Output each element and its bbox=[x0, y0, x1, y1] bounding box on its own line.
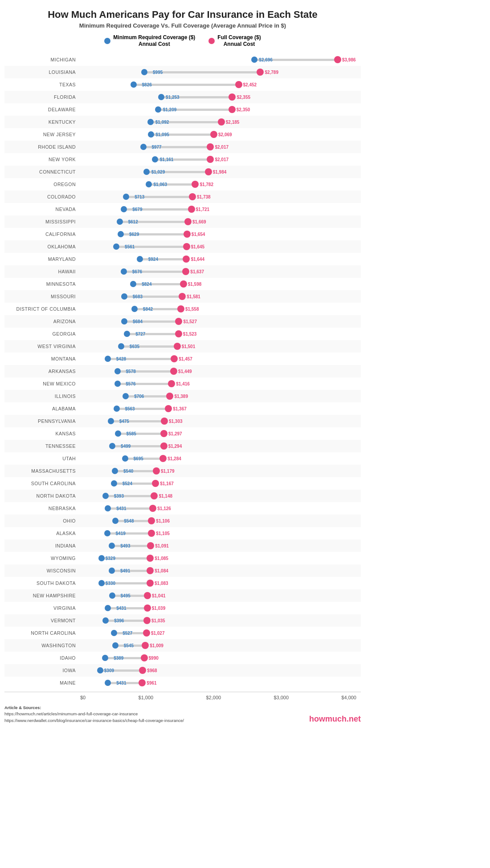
bar-area: $389$990 bbox=[80, 652, 361, 664]
label-full: $3,986 bbox=[342, 57, 356, 62]
dot-full bbox=[183, 256, 190, 263]
dot-min bbox=[147, 119, 154, 125]
table-row: WASHINGTON$545$1,009 bbox=[4, 639, 361, 652]
state-name: INDIANA bbox=[4, 543, 80, 548]
label-min: $493 bbox=[120, 544, 130, 548]
bar-area: $679$1,721 bbox=[80, 203, 361, 215]
label-full: $968 bbox=[147, 668, 157, 673]
bar-area: $329$1,085 bbox=[80, 552, 361, 564]
table-row: KENTUCKY$1,092$2,185 bbox=[4, 116, 361, 128]
x-axis-label: $3,000 bbox=[274, 695, 289, 700]
dot-min bbox=[111, 630, 117, 636]
label-full: $1,984 bbox=[213, 170, 227, 174]
dot-full bbox=[182, 268, 189, 275]
table-row: TEXAS$826$2,452 bbox=[4, 78, 361, 91]
label-full: $1,009 bbox=[150, 643, 163, 648]
dot-full bbox=[160, 442, 167, 450]
dot-full bbox=[148, 517, 155, 524]
label-full: $2,789 bbox=[265, 70, 278, 75]
label-full: $1,527 bbox=[183, 319, 197, 324]
dot-min bbox=[109, 543, 115, 549]
chart-title: How Much Americans Pay for Car Insurance… bbox=[4, 9, 361, 20]
dot-min bbox=[97, 667, 103, 673]
state-name: MARYLAND bbox=[4, 256, 80, 262]
dot-full bbox=[143, 629, 150, 637]
dot-min bbox=[109, 443, 115, 449]
label-full: $1,654 bbox=[192, 232, 205, 237]
state-name: VIRGINIA bbox=[4, 605, 80, 611]
label-min: $396 bbox=[114, 618, 124, 623]
dot-full bbox=[168, 380, 175, 387]
label-full: $2,185 bbox=[226, 120, 240, 125]
label-min: $683 bbox=[133, 294, 143, 299]
label-full: $1,027 bbox=[151, 631, 165, 636]
table-row: VERMONT$396$1,035 bbox=[4, 614, 361, 627]
table-row: MICHIGAN$2,696$3,986 bbox=[4, 53, 361, 66]
table-row: NEBRASKA$431$1,126 bbox=[4, 502, 361, 515]
label-full: $1,449 bbox=[178, 369, 192, 374]
table-row: SOUTH CAROLINA$524$1,167 bbox=[4, 477, 361, 490]
state-name: WASHINGTON bbox=[4, 643, 80, 648]
state-name: WYOMING bbox=[4, 556, 80, 561]
dot-full bbox=[189, 193, 196, 200]
label-full: $2,350 bbox=[237, 107, 250, 112]
state-name: MISSOURI bbox=[4, 294, 80, 299]
bar-track bbox=[105, 657, 144, 659]
x-axis-label: $1,000 bbox=[139, 695, 154, 700]
label-min: $842 bbox=[143, 307, 153, 312]
bar-area: $676$1,637 bbox=[80, 265, 361, 278]
bar-track bbox=[125, 458, 163, 460]
label-min: $495 bbox=[121, 593, 131, 598]
dot-min bbox=[122, 393, 129, 399]
dot-min bbox=[105, 605, 111, 611]
table-row: KANSAS$585$1,297 bbox=[4, 427, 361, 440]
bar-track bbox=[133, 283, 183, 285]
dot-min bbox=[102, 655, 108, 661]
bar-area: $428$1,457 bbox=[80, 353, 361, 365]
label-full: $1,083 bbox=[155, 581, 168, 586]
dot-min bbox=[140, 144, 147, 150]
dot-min bbox=[105, 356, 111, 362]
dot-full bbox=[165, 405, 172, 412]
label-full: $1,035 bbox=[151, 618, 165, 623]
dot-full bbox=[174, 343, 181, 350]
state-name: NEW JERSEY bbox=[4, 132, 80, 137]
legend-min: Minimum Required Coverage ($)Annual Cost bbox=[104, 34, 195, 47]
label-min: $431 bbox=[116, 506, 126, 511]
dot-full bbox=[207, 143, 214, 150]
label-full: $1,084 bbox=[155, 568, 168, 573]
bar-area: $563$1,367 bbox=[80, 402, 361, 415]
bar-area: $1,095$2,069 bbox=[80, 128, 361, 141]
state-name: ARKANSAS bbox=[4, 369, 80, 374]
dot-min bbox=[98, 555, 105, 561]
dot-full bbox=[175, 330, 182, 337]
bar-area: $1,063$1,782 bbox=[80, 178, 361, 191]
bar-area: $419$1,105 bbox=[80, 527, 361, 539]
label-min: $561 bbox=[125, 244, 135, 249]
state-name: TENNESSEE bbox=[4, 443, 80, 449]
state-name: OREGON bbox=[4, 182, 80, 187]
state-name: COLORADO bbox=[4, 194, 80, 199]
state-name: ALASKA bbox=[4, 531, 80, 536]
dot-full bbox=[141, 654, 148, 661]
state-name: FLORIDA bbox=[4, 94, 80, 100]
state-name: HAWAII bbox=[4, 269, 80, 274]
table-row: NEW YORK$1,161$2,017 bbox=[4, 153, 361, 166]
rows-container: MICHIGAN$2,696$3,986LOUISIANA$995$2,789T… bbox=[4, 53, 361, 689]
x-axis-label: $0 bbox=[80, 695, 86, 700]
label-full: $1,416 bbox=[176, 381, 190, 386]
table-row: WISCONSIN$491$1,084 bbox=[4, 564, 361, 577]
table-row: MARYLAND$924$1,644 bbox=[4, 253, 361, 265]
bar-track bbox=[108, 607, 147, 609]
dot-full bbox=[160, 430, 167, 437]
x-axis-label: $2,000 bbox=[206, 695, 221, 700]
label-min: $2,696 bbox=[259, 57, 273, 62]
dot-min bbox=[109, 592, 115, 599]
bar-area: $309$968 bbox=[80, 664, 361, 677]
bar-track bbox=[106, 620, 147, 622]
label-full: $1,721 bbox=[196, 207, 210, 212]
dot-min bbox=[130, 281, 136, 287]
label-full: $1,039 bbox=[152, 606, 166, 611]
label-full: $961 bbox=[147, 681, 156, 685]
table-row: MASSACHUSETTS$540$1,179 bbox=[4, 465, 361, 477]
